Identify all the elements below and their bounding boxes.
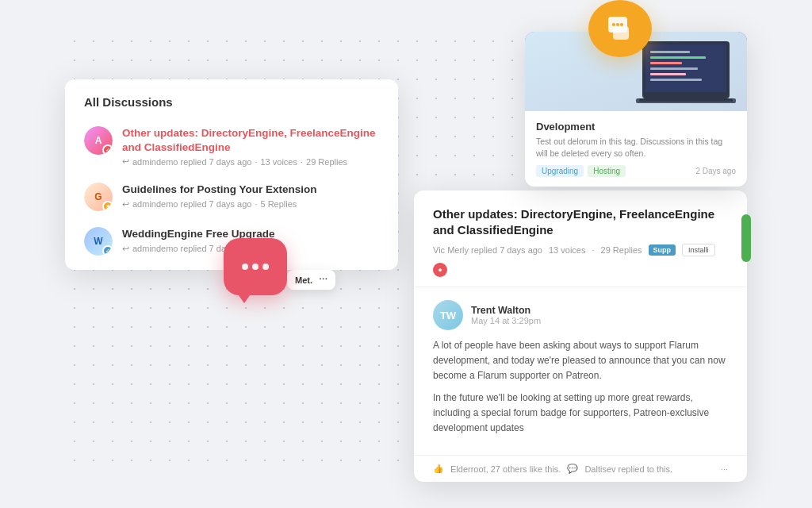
meta-voices: 13 voices bbox=[549, 245, 585, 255]
detail-header: Other updates: DirectoryEngine, Freelanc… bbox=[414, 190, 747, 287]
discussion-item[interactable]: G ★ Guidelines for Posting Your Extensio… bbox=[65, 175, 398, 219]
svg-rect-13 bbox=[650, 73, 686, 75]
chat-bubble-top-icon bbox=[588, 0, 652, 57]
tag-title: Dvelopment bbox=[536, 121, 736, 133]
avatar: A ✓ bbox=[84, 126, 113, 155]
meta-author: Vic Merly replied 7 days ago bbox=[433, 245, 542, 255]
reply-icon: ↩ bbox=[122, 199, 129, 210]
discussion-title: Guidelines for Posting Your Extension bbox=[122, 183, 379, 197]
meta-label: Met. bbox=[295, 275, 312, 285]
svg-rect-10 bbox=[650, 56, 706, 59]
meta-floating-card: Met. ⋯ bbox=[287, 270, 335, 290]
card-body: Dvelopment Test out delorum in this tag.… bbox=[525, 111, 747, 187]
discussion-title: Other updates: DirectoryEngine, Freelanc… bbox=[122, 126, 379, 154]
chat-dots bbox=[242, 264, 269, 270]
avatar: G ★ bbox=[84, 183, 113, 211]
discussions-header: All Discussions bbox=[65, 79, 398, 118]
discussion-content: Guidelines for Posting Your Extension ↩ … bbox=[122, 183, 379, 210]
post-date: May 14 at 3:29pm bbox=[471, 316, 541, 325]
post-author-info: Trent Walton May 14 at 3:29pm bbox=[471, 305, 541, 325]
dot-3 bbox=[262, 264, 269, 270]
svg-rect-1 bbox=[613, 26, 629, 40]
tag-chip-hosting[interactable]: Hosting bbox=[588, 165, 626, 177]
like-icon: 👍 bbox=[433, 464, 444, 474]
more-button[interactable]: ··· bbox=[721, 464, 728, 474]
reply-icon: 💬 bbox=[567, 464, 578, 474]
reply-icon: ↩ bbox=[122, 156, 129, 167]
author-name: Trent Walton bbox=[471, 305, 541, 316]
svg-rect-9 bbox=[650, 51, 690, 53]
chat-bubble-floating bbox=[224, 238, 287, 295]
discussion-content: Other updates: DirectoryEngine, Freelanc… bbox=[122, 126, 379, 167]
svg-point-2 bbox=[612, 23, 615, 26]
meta-replies: 29 Replies bbox=[601, 245, 642, 255]
post-text-1: A lot of people have been asking about w… bbox=[433, 338, 728, 384]
tag-chips: Upgrading Hosting 2 Days ago bbox=[536, 165, 736, 177]
dot-1 bbox=[242, 264, 248, 270]
detail-meta: Vic Merly replied 7 days ago 13 voices ·… bbox=[433, 244, 728, 277]
avatar: W ✓ bbox=[84, 227, 113, 256]
footer-likes: Elderroot, 27 others like this. bbox=[450, 464, 561, 474]
avatar-badge: ★ bbox=[102, 201, 113, 211]
discussion-meta: ↩ admindemo replied 7 days ago · 5 Repli… bbox=[122, 199, 379, 210]
post-author: TW Trent Walton May 14 at 3:29pm bbox=[433, 300, 728, 330]
tag-chip-upgrading[interactable]: Upgrading bbox=[536, 165, 584, 177]
supp-badge: Supp bbox=[649, 244, 676, 256]
tag-card: Dvelopment Test out delorum in this tag.… bbox=[525, 32, 747, 187]
card-time: 2 Days ago bbox=[695, 167, 736, 175]
post-footer: 👍 Elderroot, 27 others like this. 💬 Dalt… bbox=[414, 455, 747, 482]
svg-rect-12 bbox=[650, 67, 698, 70]
svg-rect-16 bbox=[639, 98, 733, 102]
tag-description: Test out delorum in this tag. Discussion… bbox=[536, 136, 736, 159]
avatar-badge: ✓ bbox=[102, 245, 113, 256]
install-button[interactable]: Installi bbox=[682, 244, 715, 256]
discussion-meta: ↩ admindemo replied 7 days ago · 13 voic… bbox=[122, 156, 379, 167]
svg-rect-14 bbox=[650, 79, 702, 81]
reply-icon: ↩ bbox=[122, 244, 129, 254]
red-action-button[interactable]: ● bbox=[433, 263, 447, 277]
detail-post: TW Trent Walton May 14 at 3:29pm A lot o… bbox=[414, 287, 747, 455]
post-text-2: In the future we'll be looking at settin… bbox=[433, 391, 728, 437]
avatar-badge: ✓ bbox=[102, 144, 113, 155]
svg-rect-11 bbox=[650, 62, 682, 64]
post-avatar: TW bbox=[433, 300, 463, 330]
meta-more[interactable]: ⋯ bbox=[319, 275, 327, 285]
green-accent-bar bbox=[741, 214, 751, 262]
svg-point-4 bbox=[620, 23, 623, 26]
footer-reply: Daltisev replied to this. bbox=[584, 464, 672, 474]
svg-point-3 bbox=[616, 23, 619, 26]
discussion-detail-card: Other updates: DirectoryEngine, Freelanc… bbox=[414, 190, 747, 482]
dot-2 bbox=[252, 264, 259, 270]
discussion-item[interactable]: A ✓ Other updates: DirectoryEngine, Free… bbox=[65, 118, 398, 175]
detail-title: Other updates: DirectoryEngine, Freelanc… bbox=[433, 206, 728, 237]
